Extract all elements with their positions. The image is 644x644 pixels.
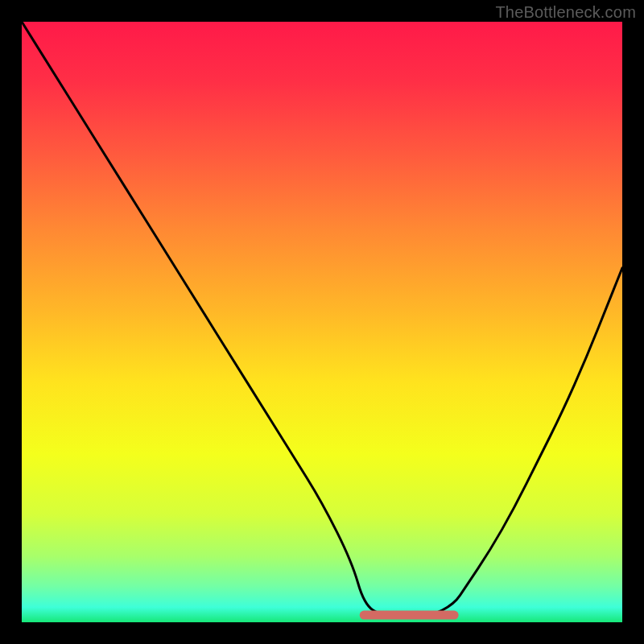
chart-frame: TheBottleneck.com [0, 0, 644, 644]
watermark-text: TheBottleneck.com [495, 3, 636, 22]
bottleneck-curve [22, 22, 622, 617]
plot-area [22, 22, 622, 622]
curve-layer [22, 22, 622, 622]
